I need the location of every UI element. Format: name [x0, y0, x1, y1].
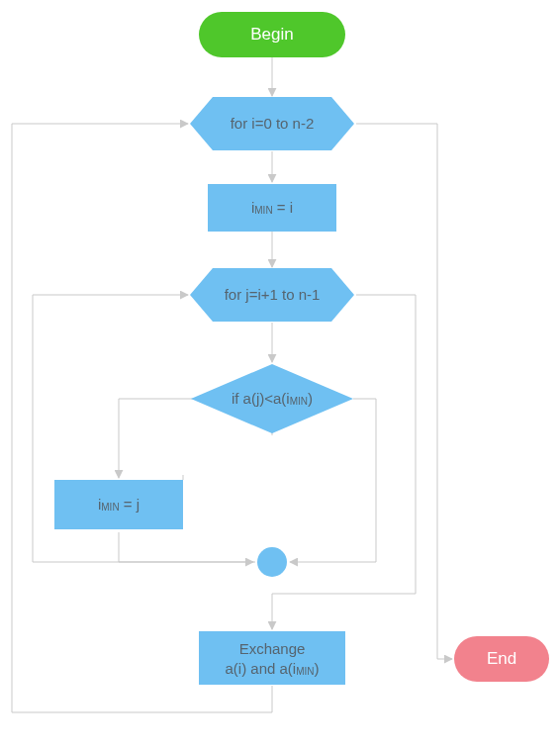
- loop-j-node: for j=i+1 to n-1: [190, 268, 354, 322]
- set-imin-i-node: iMIN = i: [208, 184, 336, 232]
- svg-rect-0: [158, 435, 287, 475]
- end-node: End: [454, 636, 549, 682]
- edge-loop-i-exit: [356, 124, 452, 659]
- edge-loop-j-exit: [272, 295, 416, 629]
- connector-node: [257, 547, 287, 577]
- loop-i-node: for i=0 to n-2: [190, 97, 354, 150]
- exchange-node: Exchange a(i) and a(iMIN): [199, 631, 345, 685]
- set-imin-j-node: iMIN = j: [54, 480, 183, 529]
- end-label: End: [487, 649, 516, 668]
- edge-decision-false: [290, 399, 376, 562]
- edge-imin-j-to-connector: [119, 532, 253, 562]
- begin-label: Begin: [250, 25, 293, 44]
- begin-node: Begin: [199, 12, 345, 57]
- loop-j-label: for j=i+1 to n-1: [225, 286, 321, 303]
- exchange-label-1: Exchange: [239, 640, 306, 657]
- loop-i-label: for i=0 to n-2: [231, 115, 315, 132]
- decision-node: if a(j)<a(iMIN): [191, 364, 353, 433]
